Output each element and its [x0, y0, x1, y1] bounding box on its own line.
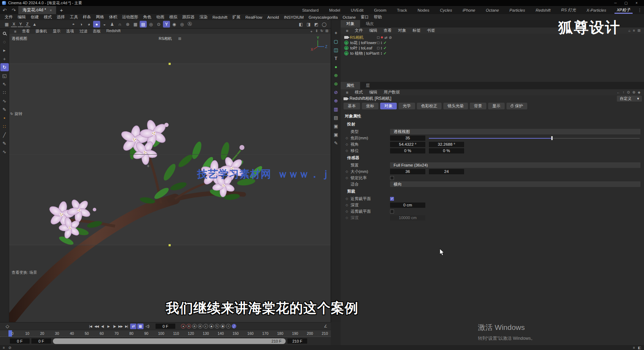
- ring-icon[interactable]: ◎: [147, 21, 154, 28]
- lock-y-axis-button[interactable]: Y: [18, 21, 24, 27]
- sensor-width-input[interactable]: 36: [390, 169, 425, 174]
- viewport-menu-item[interactable]: 查看: [19, 29, 32, 34]
- undo-button[interactable]: ↶: [0, 6, 9, 14]
- range-start-field[interactable]: 0 F: [10, 338, 30, 344]
- layout-tab[interactable]: Groom: [369, 6, 391, 14]
- category-tab[interactable]: 镜头光晕: [443, 103, 468, 109]
- playback-button[interactable]: |▶: [111, 325, 117, 328]
- om-menu-item[interactable]: 书签: [424, 28, 438, 33]
- record-button[interactable]: ↻: [215, 324, 219, 328]
- maximize-view-icon[interactable]: ⊞: [326, 29, 328, 34]
- menubar-item[interactable]: 编辑: [15, 14, 28, 20]
- shift-y-input[interactable]: 0 %: [429, 148, 464, 153]
- fcurve-icon[interactable]: ∠: [324, 324, 331, 328]
- menubar-item[interactable]: 动画: [154, 14, 167, 20]
- shading-lines-icon[interactable]: ◕: [85, 21, 92, 28]
- axis-locator-icon[interactable]: ⊕: [332, 96, 340, 105]
- category-tab[interactable]: 光学: [399, 103, 415, 109]
- menubar-item[interactable]: 选择: [54, 14, 67, 20]
- menubar-item[interactable]: Arnold: [265, 15, 281, 19]
- near-depth-input[interactable]: 0 cm: [390, 203, 425, 208]
- auto-icon[interactable]: Ⓐ: [186, 21, 193, 28]
- render-to-pv-icon[interactable]: ◨: [305, 21, 312, 28]
- menubar-item[interactable]: INSYDIUM: [281, 15, 306, 19]
- layout-tab[interactable]: Redshift: [530, 6, 556, 14]
- menubar-item[interactable]: 体积: [107, 14, 120, 20]
- menubar-item[interactable]: Octane: [340, 15, 358, 19]
- menubar-item[interactable]: 角色: [141, 14, 154, 20]
- shading-quick-icon[interactable]: ◑: [78, 21, 85, 28]
- enabled-check-icon[interactable]: ✓: [383, 51, 387, 56]
- workplane-icon[interactable]: ▲: [31, 21, 38, 28]
- camera-handle-bottom[interactable]: [169, 244, 171, 246]
- layout-tab[interactable]: RS 灯光: [556, 6, 581, 14]
- figure-icon[interactable]: ♟: [109, 21, 116, 28]
- fov-h-input[interactable]: 54.4322 °: [390, 142, 425, 147]
- range-slider[interactable]: 210 F: [53, 338, 286, 344]
- record-button[interactable]: ≡: [226, 324, 231, 328]
- coordinate-system-icon[interactable]: ▦: [3, 21, 10, 28]
- enabled-check-icon[interactable]: ✓: [383, 46, 387, 50]
- play-mode-toggle[interactable]: ▦: [137, 324, 144, 329]
- timeline-ruler[interactable]: 0102030405060708090100110120130140150160…: [0, 330, 331, 337]
- redo-button[interactable]: ↷: [9, 6, 18, 14]
- active-camera-label[interactable]: RS相机 ⊞: [159, 36, 181, 41]
- points-move-icon[interactable]: ∷: [0, 89, 9, 97]
- menubar-item[interactable]: 扩展: [230, 14, 243, 20]
- playback-button[interactable]: ◀|: [99, 325, 105, 328]
- tree-row-toleaf[interactable]: ◎ to叶 | toLeaf ✓: [341, 46, 644, 50]
- lock-panel-icon[interactable]: ◈: [638, 90, 640, 94]
- menubar-item[interactable]: Redshift: [210, 15, 230, 19]
- shift-x-input[interactable]: 0 %: [390, 148, 425, 153]
- rotate-tool-icon[interactable]: ↻: [0, 63, 9, 71]
- split-view-icon[interactable]: Y: [163, 21, 170, 28]
- visibility-toggle[interactable]: [377, 52, 379, 55]
- tree-row-toflower[interactable]: ◎ to花 | toFlower ✓: [341, 40, 644, 45]
- layout-tab[interactable]: Particles: [504, 6, 530, 14]
- am-menu-item[interactable]: 模式: [352, 90, 366, 95]
- shading-gouraud-icon[interactable]: ◓: [70, 21, 77, 28]
- panel-tab[interactable]: 场次: [360, 20, 379, 28]
- layout-tab[interactable]: Standard: [297, 6, 324, 14]
- am-menu-item[interactable]: 用户数据: [381, 90, 403, 95]
- lock-x-axis-button[interactable]: X: [11, 21, 17, 27]
- cube-icon[interactable]: ◫: [332, 46, 340, 54]
- enabled-dot[interactable]: [381, 36, 383, 38]
- target-icon[interactable]: ⊙: [155, 21, 162, 28]
- snap-settings-icon[interactable]: ⊛: [124, 21, 131, 28]
- points-cluster-icon[interactable]: ∷: [0, 122, 9, 131]
- current-frame-field[interactable]: 0 F: [156, 324, 175, 329]
- om-menu-item[interactable]: 对象: [395, 28, 409, 33]
- pen-icon[interactable]: ✎: [0, 105, 9, 114]
- menubar-item[interactable]: 文件: [2, 14, 15, 20]
- lock-ratio-checkbox[interactable]: [390, 176, 394, 180]
- record-button[interactable]: ●: [181, 324, 186, 328]
- shading-active-icon[interactable]: ●: [93, 21, 100, 28]
- sensor-height-input[interactable]: 24: [429, 169, 464, 174]
- close-button[interactable]: ×: [631, 1, 642, 5]
- camera-handle-top[interactable]: [169, 63, 171, 65]
- document-tab[interactable]: 海棠花.c4d * ×: [18, 6, 56, 14]
- panel-tab[interactable]: 对象: [341, 20, 360, 28]
- om-menu-item[interactable]: 编辑: [366, 28, 381, 33]
- menubar-item[interactable]: 窗口: [358, 14, 371, 20]
- panel-tab[interactable]: 属性: [341, 82, 360, 89]
- quantize-icon[interactable]: ▤: [140, 21, 147, 28]
- am-menu-icon[interactable]: ≡: [343, 90, 352, 95]
- playback-button[interactable]: ▶|: [123, 325, 129, 328]
- sketch-pen-icon[interactable]: ✎: [0, 139, 9, 147]
- rectangle-select-icon[interactable]: ▢: [332, 37, 340, 46]
- category-tab[interactable]: 显示: [488, 103, 505, 109]
- om-menu-item[interactable]: 文件: [352, 28, 366, 33]
- layout-tab[interactable]: Model: [324, 6, 345, 14]
- spline-smooth-icon[interactable]: ∿: [0, 148, 9, 156]
- snap-magnet-icon[interactable]: ∩: [116, 21, 123, 28]
- cluster-icon[interactable]: ⊕: [332, 71, 340, 79]
- range-end-field[interactable]: 210 F: [287, 338, 307, 344]
- viewport-menu-icon[interactable]: ≡: [11, 29, 19, 34]
- layer-dots[interactable]: [381, 42, 382, 44]
- camera-window-icon[interactable]: ⊞: [178, 37, 181, 41]
- config-icon[interactable]: ⊛: [632, 90, 635, 94]
- playback-button[interactable]: ▶▶: [117, 325, 123, 328]
- swap-icon[interactable]: ⇄: [384, 36, 387, 40]
